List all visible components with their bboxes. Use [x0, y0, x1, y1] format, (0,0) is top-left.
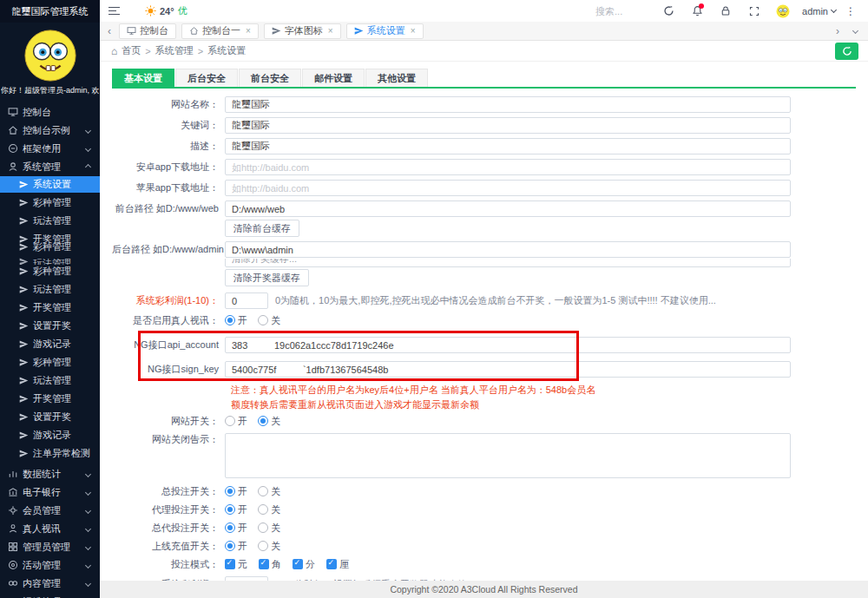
- page-tab-font-icons[interactable]: 字体图标×: [264, 23, 341, 39]
- radio-on[interactable]: [225, 504, 235, 515]
- page-tab-console-one[interactable]: 控制台一×: [181, 23, 259, 39]
- ng-key-input[interactable]: [225, 361, 791, 378]
- tabs-dropdown-icon[interactable]: [847, 29, 863, 33]
- sidebar-item-framework[interactable]: 框架使用: [0, 140, 100, 157]
- home-icon: [8, 125, 18, 135]
- sidebar-subitem[interactable]: 游戏记录: [0, 427, 100, 444]
- sidebar-subitem[interactable]: 彩种管理: [0, 354, 100, 371]
- radio-on[interactable]: [225, 416, 235, 426]
- radio-off[interactable]: [258, 416, 268, 426]
- sidebar-item-console-demo[interactable]: 控制台示例: [0, 122, 100, 139]
- ng-api-section: NG接口api_account NG接口sign_key: [112, 332, 856, 378]
- tabs-scroll-left-icon[interactable]: ‹: [105, 25, 114, 37]
- sidebar-item-members[interactable]: 会员管理: [0, 502, 100, 519]
- send-icon: [19, 285, 29, 294]
- close-icon[interactable]: ×: [328, 26, 333, 36]
- send-icon: [19, 303, 29, 312]
- checkbox-li[interactable]: [326, 559, 337, 569]
- chevron-down-icon: [85, 580, 91, 586]
- sidebar-subitem[interactable]: 玩法管理: [0, 213, 100, 229]
- site-name-label: 网站名称：: [112, 98, 225, 111]
- sidebar-subitem-order-anomaly[interactable]: 注单异常检测: [0, 445, 100, 462]
- sidebar-subitem[interactable]: 彩种管理: [0, 239, 100, 255]
- sidebar-item-ebank[interactable]: 电子银行: [0, 483, 100, 501]
- lock-icon[interactable]: [714, 3, 737, 20]
- sidebar-subitem-system-settings[interactable]: 系统设置: [0, 176, 100, 193]
- sidebar-item-statistics[interactable]: 数据统计: [0, 465, 100, 483]
- radio-off[interactable]: [258, 315, 268, 325]
- front-path-input[interactable]: [225, 200, 791, 217]
- admin-path-input[interactable]: [225, 241, 791, 258]
- site-name-input[interactable]: [225, 96, 791, 113]
- ios-url-input[interactable]: [225, 180, 791, 196]
- close-notice-textarea[interactable]: [225, 433, 791, 478]
- close-icon[interactable]: ×: [411, 26, 416, 36]
- tab-frontend-security[interactable]: 前台安全: [239, 69, 301, 87]
- notifications-bell-icon[interactable]: [686, 3, 708, 20]
- radio-on[interactable]: [225, 315, 235, 325]
- chevron-down-icon: [85, 525, 91, 531]
- home-icon: ⌂: [111, 45, 117, 57]
- keywords-input[interactable]: [225, 117, 791, 134]
- system-profit-input[interactable]: [225, 292, 268, 309]
- send-icon: [19, 430, 29, 440]
- close-icon[interactable]: ×: [246, 26, 251, 36]
- radio-off[interactable]: [258, 541, 268, 551]
- tab-backend-security[interactable]: 后台安全: [175, 69, 238, 87]
- sidebar-item-system[interactable]: 系统管理: [0, 158, 100, 175]
- general-agent-bet-label: 总代投注开关：: [112, 522, 225, 535]
- breadcrumb-item[interactable]: 首页: [122, 44, 141, 57]
- clear-front-cache-button[interactable]: 清除前台缓存: [225, 220, 299, 237]
- breadcrumb-item[interactable]: 系统设置: [207, 44, 246, 57]
- refresh-page-button[interactable]: [835, 43, 858, 60]
- more-menu-icon[interactable]: ⋮: [842, 5, 859, 17]
- sidebar-item-activities[interactable]: 活动管理: [0, 556, 100, 574]
- sidebar-subitem[interactable]: 开奖管理: [0, 299, 100, 316]
- radio-off[interactable]: [258, 504, 268, 515]
- sidebar-subitem[interactable]: 游戏记录: [0, 336, 100, 352]
- sidebar-item-console[interactable]: 控制台: [0, 103, 100, 121]
- search-input[interactable]: [595, 6, 651, 16]
- grid-icon: [8, 542, 18, 552]
- user-menu[interactable]: admin: [802, 6, 836, 16]
- sidebar-item-contents[interactable]: 内容管理: [0, 575, 100, 592]
- radio-off[interactable]: [258, 486, 268, 496]
- tabs-scroll-right-icon[interactable]: ›: [833, 25, 842, 37]
- radio-on[interactable]: [225, 522, 235, 533]
- refresh-icon[interactable]: [657, 3, 680, 20]
- chevron-up-icon: [85, 163, 91, 169]
- ng-account-input[interactable]: [225, 337, 791, 353]
- recharge-switch-label: 上线充值开关：: [112, 540, 225, 553]
- menu-toggle-icon[interactable]: [108, 7, 120, 16]
- page-tab-console[interactable]: 控制台: [119, 23, 176, 39]
- sidebar-subitem[interactable]: 玩法管理: [0, 281, 100, 298]
- sidebar-subitem[interactable]: 彩种管理: [0, 263, 100, 279]
- sidebar-item-ops[interactable]: 运维管理: [0, 593, 100, 598]
- sidebar-subitem[interactable]: 设置开奖: [0, 409, 100, 425]
- checkbox-jiao[interactable]: [259, 559, 269, 569]
- description-input[interactable]: [225, 138, 791, 154]
- page-tab-system-settings[interactable]: 系统设置×: [346, 23, 424, 39]
- tab-mail-settings[interactable]: 邮件设置: [302, 69, 365, 87]
- tab-basic-settings[interactable]: 基本设置: [112, 69, 174, 87]
- greeting-text: 你好！超级管理员-admin, 欢迎登录: [1, 85, 99, 96]
- sidebar-item-admins[interactable]: 管理员管理: [0, 538, 100, 555]
- breadcrumb-item[interactable]: 系统管理: [155, 44, 194, 57]
- sidebar-subitem[interactable]: 玩法管理: [0, 372, 100, 389]
- ng-account-label: NG接口api_account: [112, 338, 225, 352]
- checkbox-fen[interactable]: [293, 559, 303, 569]
- sidebar-subitem[interactable]: 设置开奖: [0, 318, 100, 334]
- radio-off[interactable]: [258, 522, 268, 533]
- sidebar-subitem[interactable]: 玩法管理: [0, 257, 100, 265]
- radio-on[interactable]: [225, 486, 235, 496]
- sidebar-subitem[interactable]: 彩种管理: [0, 194, 100, 211]
- fullscreen-icon[interactable]: [743, 3, 766, 20]
- sidebar-item-live-video[interactable]: 真人视讯: [0, 520, 100, 537]
- clear-lottery-cache-button[interactable]: 清除开奖器缓存: [225, 269, 309, 286]
- tab-other-settings[interactable]: 其他设置: [365, 69, 428, 87]
- android-url-input[interactable]: [225, 159, 791, 175]
- sidebar-subitem[interactable]: 开奖管理: [0, 391, 100, 407]
- checkbox-yuan[interactable]: [225, 559, 235, 569]
- user-avatar[interactable]: [772, 3, 794, 20]
- radio-on[interactable]: [225, 541, 235, 551]
